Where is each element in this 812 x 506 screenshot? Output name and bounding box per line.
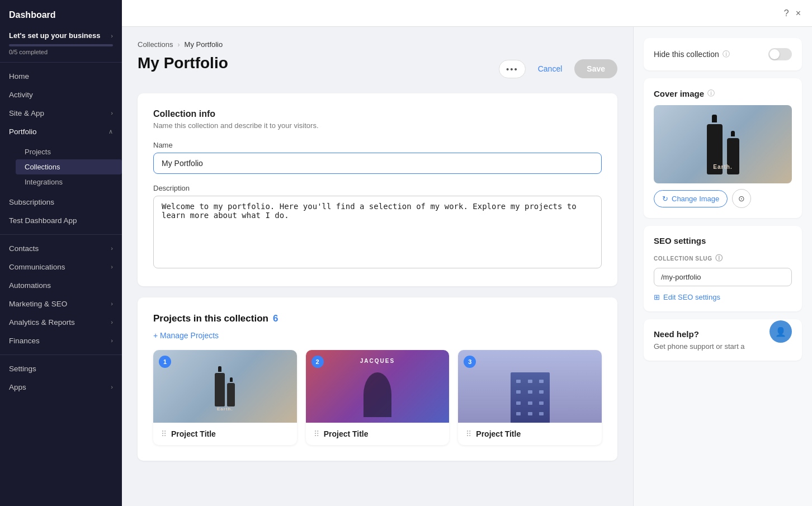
hide-collection-label: Hide this collection ⓘ xyxy=(654,49,730,59)
sidebar-item-marketing[interactable]: Marketing & SEO › xyxy=(0,295,122,313)
slug-input[interactable] xyxy=(654,268,792,286)
window-9 xyxy=(539,401,544,405)
sidebar-item-contacts[interactable]: Contacts › xyxy=(0,239,122,258)
sidebar-item-portfolio-label: Portfolio xyxy=(9,127,37,136)
finances-chevron: › xyxy=(111,337,113,344)
cancel-button[interactable]: Cancel xyxy=(531,60,569,78)
sidebar-item-communications-label: Communications xyxy=(9,263,65,271)
app-title: Dashboard xyxy=(0,0,122,27)
camera-icon: ⊙ xyxy=(738,194,745,203)
save-button[interactable]: Save xyxy=(574,59,617,78)
sidebar-item-test-dashboard-label: Test Dashboard App xyxy=(9,216,77,225)
sidebar-item-settings[interactable]: Settings xyxy=(0,360,122,378)
slug-info-icon[interactable]: ⓘ xyxy=(715,253,723,263)
toggle-knob xyxy=(769,49,780,59)
earth-img: Earth. xyxy=(153,350,297,423)
window-7 xyxy=(516,401,521,405)
projects-card: Projects in this collection 6 + Manage P… xyxy=(138,297,617,461)
change-image-button[interactable]: ↻ Change Image xyxy=(654,190,728,207)
collection-info-subtitle: Name this collection and describe it to … xyxy=(153,121,602,130)
cover-image-info-icon[interactable]: ⓘ xyxy=(707,88,715,98)
setup-chevron: › xyxy=(111,32,113,39)
support-avatar: 👤 xyxy=(769,320,792,343)
name-input[interactable] xyxy=(153,153,602,174)
window-11 xyxy=(528,412,532,415)
camera-button[interactable]: ⊙ xyxy=(732,189,751,208)
sidebar-item-activity[interactable]: Activity xyxy=(0,86,122,104)
right-panel: Hide this collection ⓘ Cover image ⓘ xyxy=(633,27,812,506)
window-12 xyxy=(539,412,544,415)
slug-label: COLLECTION SLUG ⓘ xyxy=(654,253,792,263)
close-icon[interactable]: × xyxy=(796,8,801,18)
breadcrumb-collections[interactable]: Collections xyxy=(138,40,173,49)
building-img xyxy=(458,350,602,423)
sidebar-item-home[interactable]: Home xyxy=(0,67,122,86)
slug-label-text: COLLECTION SLUG xyxy=(654,256,712,262)
project-card-3[interactable]: 3 ⠿ Project Title xyxy=(458,350,602,445)
project-footer-2: ⠿ Project Title xyxy=(306,423,450,445)
sidebar-item-communications[interactable]: Communications › xyxy=(0,258,122,276)
sidebar-item-portfolio[interactable]: Portfolio ∧ xyxy=(0,122,122,141)
jacques-img: JACQUES xyxy=(306,350,450,423)
window-2 xyxy=(528,380,532,383)
sidebar-item-analytics-label: Analytics & Reports xyxy=(9,318,75,327)
project-title-2: Project Title xyxy=(324,429,369,438)
sidebar-sub-projects[interactable]: Projects xyxy=(16,144,122,159)
need-help-text: Get phone support or start a xyxy=(654,342,745,351)
setup-section[interactable]: Let's set up your business › 0/5 complet… xyxy=(0,27,122,58)
sidebar-item-site-app[interactable]: Site & App › xyxy=(0,104,122,122)
sidebar-item-apps-label: Apps xyxy=(9,383,26,391)
sidebar-item-analytics[interactable]: Analytics & Reports › xyxy=(0,313,122,332)
person-silhouette xyxy=(363,372,391,417)
cover-img-actions: ↻ Change Image ⊙ xyxy=(654,189,792,208)
hide-collection-text: Hide this collection xyxy=(654,50,719,59)
building-row-4 xyxy=(513,412,547,415)
project-img-1: Earth. 1 xyxy=(153,350,297,423)
drag-icon-1: ⠿ xyxy=(161,429,167,438)
sidebar-item-home-label: Home xyxy=(9,72,29,81)
projects-count: 6 xyxy=(273,313,278,324)
collection-info-card: Collection info Name this collection and… xyxy=(138,93,617,286)
sidebar-item-activity-label: Activity xyxy=(9,91,33,99)
setup-title: Let's set up your business xyxy=(9,31,100,41)
sidebar-item-subscriptions[interactable]: Subscriptions xyxy=(0,193,122,211)
sidebar-item-apps[interactable]: Apps › xyxy=(0,378,122,396)
edit-seo-link[interactable]: ⊞ Edit SEO settings xyxy=(654,293,792,301)
project-card-1[interactable]: Earth. 1 ⠿ Project Title xyxy=(153,350,297,445)
sidebar-sub-integrations[interactable]: Integrations xyxy=(16,174,122,190)
drag-icon-3: ⠿ xyxy=(466,429,471,438)
project-title-3: Project Title xyxy=(476,429,521,438)
manage-projects-link[interactable]: + Manage Projects xyxy=(153,331,602,340)
cover-image-section: Cover image ⓘ Earth. xyxy=(644,78,802,218)
hide-collection-toggle[interactable] xyxy=(768,48,792,60)
building-row-2 xyxy=(513,390,547,394)
site-app-chevron: › xyxy=(111,110,113,116)
portfolio-submenu: Projects Collections Integrations xyxy=(0,141,122,193)
progress-bar-bg xyxy=(9,44,113,46)
sidebar-item-automations[interactable]: Automations xyxy=(0,276,122,295)
main-area: ? × Collections › My Portfolio My Portfo… xyxy=(122,0,812,506)
window-3 xyxy=(539,380,544,383)
analytics-chevron: › xyxy=(111,319,113,325)
progress-text: 0/5 completed xyxy=(9,49,113,55)
breadcrumb-separator: › xyxy=(178,41,180,49)
sidebar-sub-collections[interactable]: Collections xyxy=(16,159,122,174)
more-options-button[interactable]: ••• xyxy=(499,60,526,78)
topbar: ? × xyxy=(122,0,812,27)
avatar-icon: 👤 xyxy=(775,327,786,337)
description-textarea[interactable]: Welcome to my portfolio. Here you'll fin… xyxy=(153,196,602,268)
sidebar-item-test-dashboard[interactable]: Test Dashboard App xyxy=(0,211,122,230)
project-card-2[interactable]: JACQUES 2 ⠿ Project Title xyxy=(306,350,450,445)
help-icon[interactable]: ? xyxy=(784,8,789,18)
page-title: My Portfolio xyxy=(138,54,228,72)
edit-seo-icon: ⊞ xyxy=(654,293,660,301)
earth-bottles xyxy=(215,366,235,406)
center-panel: Collections › My Portfolio My Portfolio … xyxy=(122,27,633,506)
need-help-title: Need help? xyxy=(654,329,745,339)
content-area: Collections › My Portfolio My Portfolio … xyxy=(122,27,812,506)
need-help-section: Need help? Get phone support or start a … xyxy=(644,319,802,361)
hide-collection-info-icon[interactable]: ⓘ xyxy=(723,49,730,59)
project-footer-3: ⠿ Project Title xyxy=(458,423,602,445)
sidebar-item-finances[interactable]: Finances › xyxy=(0,332,122,350)
window-4 xyxy=(516,390,521,394)
